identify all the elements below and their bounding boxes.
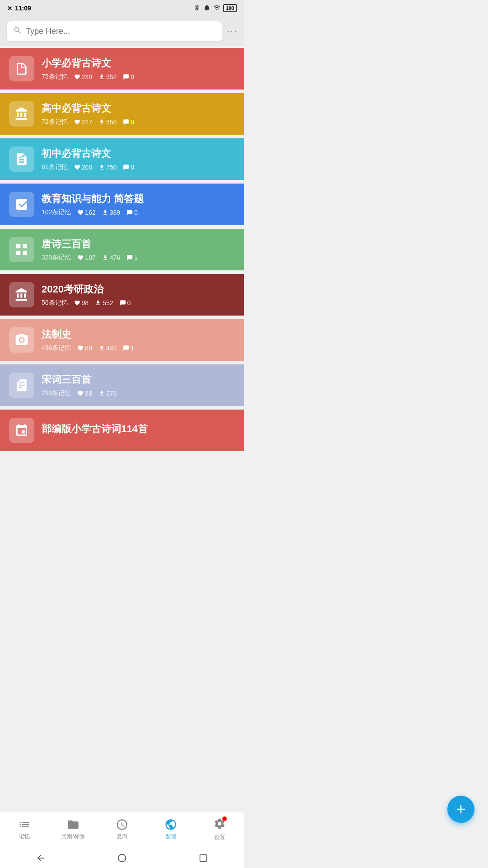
card-content: 初中必背古诗文 61条记忆 200 750 0 [42, 147, 235, 171]
card-title: 小学必背古诗文 [42, 57, 235, 70]
card-content: 唐诗三百首 320条记忆 107 476 1 [42, 237, 235, 262]
card-likes: 200 [74, 164, 92, 171]
list-item[interactable]: 唐诗三百首 320条记忆 107 476 1 [0, 229, 244, 270]
list-item[interactable]: 宋词三百首 293条记忆 86 278 [0, 364, 244, 406]
card-title: 法制史 [42, 328, 235, 341]
card-title: 部编版小学古诗词114首 [42, 422, 235, 436]
card-count: 72条记忆 [42, 118, 68, 126]
card-title: 唐诗三百首 [42, 237, 235, 251]
card-downloads: 952 [99, 73, 117, 80]
bluetooth-icon [193, 4, 201, 13]
card-stats: 75条记忆 239 952 0 [42, 73, 235, 81]
card-title: 初中必背古诗文 [42, 147, 235, 160]
card-downloads: 850 [99, 118, 117, 126]
card-downloads: 750 [99, 164, 117, 171]
list-item[interactable]: 2020考研政治 56条记忆 98 552 0 [0, 274, 244, 316]
card-likes: 107 [77, 254, 95, 261]
card-title: 宋词三百首 [42, 373, 235, 387]
status-left: ✕ 11:09 [7, 5, 31, 12]
card-comments: 0 [120, 299, 131, 307]
card-downloads: 442 [99, 344, 117, 352]
search-bar: ··· [0, 16, 244, 46]
list-item[interactable]: 小学必背古诗文 75条记忆 239 952 0 [0, 48, 244, 90]
card-stats: 293条记忆 86 278 [42, 389, 235, 397]
search-input[interactable] [26, 27, 216, 36]
list-item[interactable]: 初中必背古诗文 61条记忆 200 750 0 [0, 138, 244, 180]
card-icon [9, 237, 34, 262]
status-right: 100 [193, 4, 237, 13]
list-item[interactable]: 部编版小学古诗词114首 [0, 410, 244, 451]
card-downloads: 552 [95, 299, 113, 307]
card-icon [9, 101, 34, 127]
card-title: 2020考研政治 [42, 283, 235, 296]
card-icon [9, 192, 34, 217]
status-bar: ✕ 11:09 100 [0, 0, 244, 16]
card-icon [9, 282, 34, 307]
card-icon [9, 146, 34, 172]
card-stats: 320条记忆 107 476 1 [42, 254, 235, 262]
card-list: 小学必背古诗文 75条记忆 239 952 0 高 [0, 46, 244, 512]
card-title: 高中必背古诗文 [42, 102, 235, 115]
card-content: 2020考研政治 56条记忆 98 552 0 [42, 283, 235, 307]
card-count: 56条记忆 [42, 299, 68, 307]
wifi-icon [213, 4, 221, 13]
card-content: 小学必背古诗文 75条记忆 239 952 0 [42, 57, 235, 81]
card-likes: 98 [74, 299, 89, 307]
card-stats: 436条记忆 89 442 1 [42, 344, 235, 352]
card-stats: 61条记忆 200 750 0 [42, 163, 235, 171]
search-icon [13, 26, 22, 37]
list-item[interactable]: 高中必背古诗文 72条记忆 227 850 8 [0, 93, 244, 135]
card-icon [9, 327, 34, 353]
card-comments: 0 [123, 73, 134, 80]
card-comments: 0 [127, 209, 138, 216]
card-count: 102条记忆 [42, 208, 71, 217]
card-likes: 227 [74, 118, 92, 126]
card-downloads: 389 [102, 209, 120, 216]
card-count: 293条记忆 [42, 389, 71, 397]
sim-icon: ✕ [7, 5, 12, 12]
card-count: 436条记忆 [42, 344, 71, 352]
list-item[interactable]: 法制史 436条记忆 89 442 1 [0, 319, 244, 361]
card-icon [9, 56, 34, 81]
card-content: 教育知识与能力 简答题 102条记忆 162 389 0 [42, 192, 235, 217]
card-downloads: 476 [102, 254, 120, 261]
card-content: 宋词三百首 293条记忆 86 278 [42, 373, 235, 397]
card-stats: 72条记忆 227 850 8 [42, 118, 235, 126]
notification-icon [203, 4, 211, 13]
card-title: 教育知识与能力 简答题 [42, 192, 235, 206]
card-count: 61条记忆 [42, 163, 68, 171]
card-content: 高中必背古诗文 72条记忆 227 850 8 [42, 102, 235, 126]
card-stats: 56条记忆 98 552 0 [42, 299, 235, 307]
card-comments: 0 [123, 164, 134, 171]
card-likes: 239 [74, 73, 92, 80]
card-likes: 89 [77, 344, 92, 352]
list-item[interactable]: 教育知识与能力 简答题 102条记忆 162 389 0 [0, 184, 244, 225]
card-stats: 102条记忆 162 389 0 [42, 208, 235, 217]
card-comments: 8 [123, 118, 134, 126]
card-count: 320条记忆 [42, 254, 71, 262]
card-count: 75条记忆 [42, 73, 68, 81]
card-content: 部编版小学古诗词114首 [42, 422, 235, 439]
card-comments: 1 [127, 254, 138, 261]
card-icon [9, 418, 34, 443]
card-likes: 162 [77, 209, 95, 216]
card-downloads: 278 [99, 390, 117, 397]
card-icon [9, 373, 34, 398]
card-content: 法制史 436条记忆 89 442 1 [42, 328, 235, 352]
time: 11:09 [15, 5, 31, 12]
more-button[interactable]: ··· [227, 25, 238, 37]
card-likes: 86 [77, 390, 92, 397]
card-comments: 1 [123, 344, 134, 352]
search-input-wrap[interactable] [6, 21, 222, 42]
battery-icon: 100 [223, 4, 237, 12]
